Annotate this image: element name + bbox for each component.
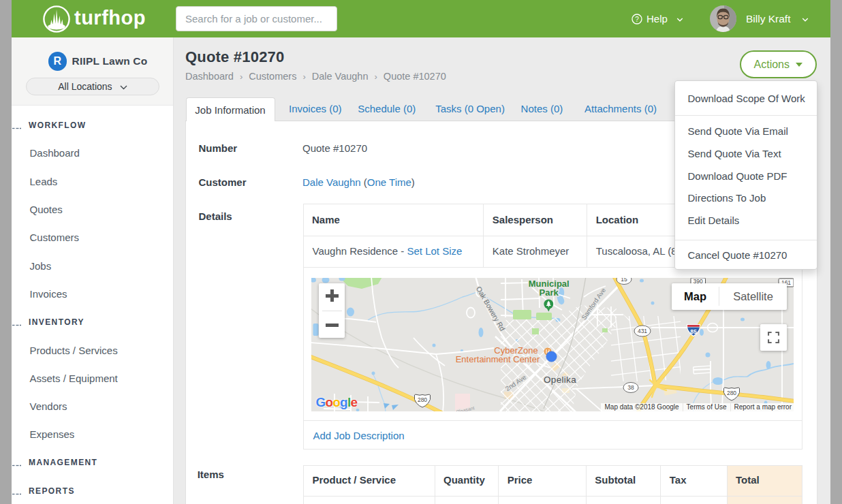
svg-text:Entertainment Center: Entertainment Center [456,354,540,364]
svg-text:Opelika: Opelika [544,375,576,385]
svg-text:280: 280 [418,396,427,403]
svg-text:280: 280 [727,390,736,396]
svg-text:85: 85 [690,328,697,335]
svg-text:15: 15 [621,278,627,283]
svg-text:?: ? [635,16,639,23]
svg-text:431: 431 [638,328,647,334]
svg-text:38: 38 [627,384,634,391]
svg-text:Park: Park [540,287,559,298]
